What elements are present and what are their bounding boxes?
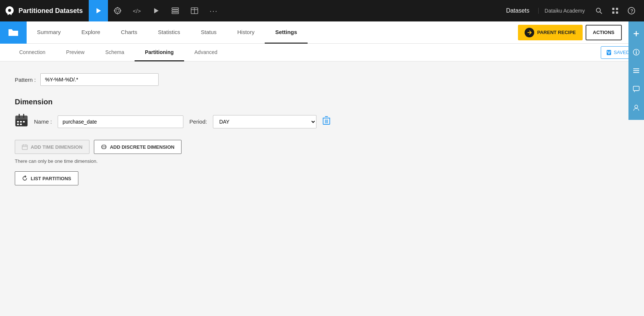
subtab-partitioning[interactable]: Partitioning xyxy=(135,44,184,61)
parent-recipe-icon xyxy=(525,28,534,37)
nav-grid-btn[interactable] xyxy=(607,3,623,19)
tab-explore[interactable]: Explore xyxy=(71,21,111,44)
right-panel xyxy=(628,21,644,120)
nav-stack-btn[interactable] xyxy=(166,0,185,21)
folder-icon xyxy=(0,21,27,44)
svg-rect-25 xyxy=(608,50,610,52)
nav-help-btn[interactable]: ? xyxy=(623,3,640,19)
name-label: Name : xyxy=(34,118,52,125)
add-discrete-icon xyxy=(101,144,107,150)
nav-search-btn[interactable] xyxy=(591,3,607,19)
svg-point-2 xyxy=(115,8,121,14)
app-logo: Partitioned Datasets xyxy=(4,6,89,16)
svg-point-3 xyxy=(116,9,119,12)
info-text: There can only be one time dimension. xyxy=(15,158,629,164)
tab-settings[interactable]: Settings xyxy=(265,21,307,44)
nav-more-btn[interactable]: ··· xyxy=(204,0,223,21)
subtabs: Connection Preview Schema Partitioning A… xyxy=(0,44,644,61)
trash-icon xyxy=(322,116,331,125)
svg-rect-33 xyxy=(23,121,25,122)
period-select[interactable]: DAY WEEK MONTH YEAR HOUR xyxy=(213,115,316,128)
nav-datasets-label: Datasets xyxy=(497,7,538,14)
add-discrete-dimension-button[interactable]: ADD DISCRETE DIMENSION xyxy=(94,140,182,154)
dimension-title: Dimension xyxy=(15,98,629,106)
action-buttons-row: ADD TIME DIMENSION ADD DISCRETE DIMENSIO… xyxy=(15,140,629,154)
actions-button[interactable]: ACTIONS xyxy=(586,25,622,40)
right-panel-add-btn[interactable] xyxy=(628,26,644,41)
name-input[interactable] xyxy=(58,115,183,128)
svg-point-0 xyxy=(8,9,11,12)
svg-rect-10 xyxy=(172,10,179,11)
svg-marker-8 xyxy=(154,8,159,13)
svg-point-53 xyxy=(636,50,637,51)
delete-dimension-button[interactable] xyxy=(322,116,331,127)
add-time-dimension-button[interactable]: ADD TIME DIMENSION xyxy=(15,140,89,154)
add-time-icon xyxy=(22,144,28,150)
calendar-icon xyxy=(15,114,28,130)
tab-status[interactable]: Status xyxy=(190,21,227,44)
svg-rect-11 xyxy=(172,12,179,14)
right-panel-info-btn[interactable] xyxy=(628,44,644,60)
nav-table-btn[interactable] xyxy=(185,0,204,21)
refresh-icon xyxy=(22,175,28,181)
pattern-label: Pattern : xyxy=(15,77,36,83)
subtab-connection[interactable]: Connection xyxy=(9,44,56,61)
pattern-row: Pattern : xyxy=(15,73,629,86)
svg-marker-1 xyxy=(96,8,101,13)
svg-rect-18 xyxy=(616,8,618,10)
svg-rect-35 xyxy=(20,124,22,125)
dimension-row: Name : Period: DAY WEEK MONTH YEAR HOUR xyxy=(15,114,629,130)
calendar-svg xyxy=(15,114,28,127)
right-panel-chat-btn[interactable] xyxy=(628,81,644,97)
nav-academy-label: Dataiku Academy xyxy=(538,8,591,14)
tab-summary[interactable]: Summary xyxy=(27,21,71,44)
subtab-schema[interactable]: Schema xyxy=(95,44,135,61)
svg-line-16 xyxy=(600,12,602,14)
subtab-preview[interactable]: Preview xyxy=(56,44,95,61)
svg-rect-31 xyxy=(17,121,19,122)
nav-target-btn[interactable] xyxy=(108,0,127,21)
svg-rect-28 xyxy=(16,116,27,120)
svg-rect-32 xyxy=(20,121,22,122)
period-label: Period: xyxy=(189,118,207,125)
logo-icon xyxy=(4,6,15,16)
list-partitions-button[interactable]: LIST PARTITIONS xyxy=(15,171,78,185)
parent-recipe-button[interactable]: PARENT RECIPE xyxy=(518,25,583,40)
svg-rect-9 xyxy=(172,8,179,9)
svg-rect-19 xyxy=(612,11,614,14)
svg-rect-57 xyxy=(633,86,639,91)
nav-code-btn[interactable]: </> xyxy=(127,0,146,21)
right-panel-user-btn[interactable] xyxy=(628,100,644,115)
tab-history[interactable]: History xyxy=(227,21,265,44)
subtab-advanced[interactable]: Advanced xyxy=(184,44,228,61)
app-title: Partitioned Datasets xyxy=(18,7,83,15)
svg-rect-26 xyxy=(608,53,610,54)
svg-rect-42 xyxy=(22,145,27,149)
svg-point-15 xyxy=(596,8,600,12)
main-tabs: Summary Explore Charts Statistics Status… xyxy=(0,21,644,44)
save-icon xyxy=(606,50,611,55)
main-content: Pattern : Dimension xyxy=(0,61,644,316)
right-panel-list-btn[interactable] xyxy=(628,63,644,78)
nav-flow-btn[interactable] xyxy=(89,0,108,21)
svg-text:?: ? xyxy=(630,8,633,14)
svg-rect-20 xyxy=(616,11,618,14)
nav-play-btn[interactable] xyxy=(146,0,166,21)
svg-point-58 xyxy=(635,105,638,108)
pattern-input[interactable] xyxy=(40,73,159,86)
svg-rect-17 xyxy=(612,8,614,10)
top-navigation: Partitioned Datasets </> ··· Datasets Da… xyxy=(0,0,644,21)
tab-statistics[interactable]: Statistics xyxy=(148,21,190,44)
svg-rect-34 xyxy=(17,124,19,125)
tab-charts[interactable]: Charts xyxy=(111,21,148,44)
